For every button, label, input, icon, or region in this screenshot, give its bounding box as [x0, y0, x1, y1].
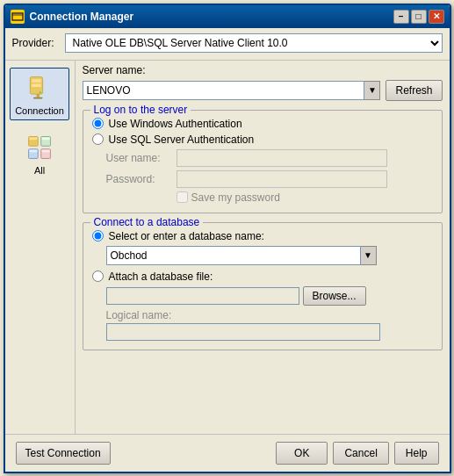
username-row: User name:	[106, 149, 433, 167]
password-input[interactable]	[177, 170, 387, 188]
browse-button[interactable]: Browse...	[303, 286, 366, 306]
maximize-button[interactable]: □	[411, 10, 427, 24]
database-section-title: Connect to a database	[90, 216, 204, 228]
attach-file-radio[interactable]	[92, 270, 104, 282]
attach-input-row: Browse...	[106, 286, 433, 306]
attach-file-input[interactable]	[106, 287, 299, 305]
sidebar-item-connection[interactable]: Connection	[10, 68, 69, 120]
title-bar: Connection Manager – □ ✕	[5, 5, 450, 28]
sidebar-all-label: All	[34, 165, 45, 176]
select-db-radio[interactable]	[92, 230, 104, 242]
server-name-input[interactable]	[83, 81, 365, 100]
svg-rect-3	[17, 17, 19, 18]
windows-auth-radio[interactable]	[92, 118, 104, 129]
sql-auth-radio[interactable]	[92, 133, 104, 145]
attach-file-row: Attach a database file:	[92, 270, 433, 283]
all-icon	[24, 132, 55, 163]
svg-rect-5	[32, 79, 41, 83]
sidebar-item-all[interactable]: All	[10, 127, 69, 180]
window-title: Connection Manager	[30, 11, 388, 23]
svg-point-7	[40, 91, 42, 94]
username-label: User name:	[106, 152, 177, 164]
provider-row: Provider: Native OLE DB\SQL Server Nativ…	[5, 28, 450, 60]
test-connection-button[interactable]: Test Connection	[16, 442, 111, 465]
minimize-button[interactable]: –	[393, 10, 409, 24]
svg-rect-13	[29, 149, 37, 152]
password-label: Password:	[106, 173, 177, 185]
provider-label: Provider:	[12, 37, 58, 49]
server-dropdown-arrow[interactable]: ▼	[364, 81, 380, 100]
auth-fields: User name: Password: Save my password	[106, 149, 433, 204]
title-bar-buttons: – □ ✕	[393, 10, 444, 24]
server-row: ▼ Refresh	[83, 80, 443, 101]
svg-rect-11	[29, 137, 37, 140]
refresh-button[interactable]: Refresh	[386, 80, 442, 101]
database-name-input[interactable]	[106, 246, 361, 265]
server-name-section: Server name: ▼ Refresh	[83, 64, 443, 101]
server-select-wrap: ▼	[83, 81, 381, 100]
db-dropdown-arrow[interactable]: ▼	[361, 246, 377, 265]
db-select-wrap: ▼	[106, 246, 433, 265]
ok-button[interactable]: OK	[276, 442, 328, 465]
svg-rect-17	[42, 149, 50, 152]
sidebar: Connection All	[5, 61, 76, 434]
sql-auth-row: Use SQL Server Authentication	[92, 133, 433, 146]
connection-manager-window: Connection Manager – □ ✕ Provider: Nativ…	[4, 4, 451, 473]
logon-section: Log on to the server Use Windows Authent…	[83, 110, 443, 213]
server-name-label: Server name:	[83, 64, 443, 76]
select-db-row: Select or enter a database name:	[92, 230, 433, 242]
svg-rect-9	[33, 97, 43, 98]
main-content: Server name: ▼ Refresh Log on to the ser…	[76, 61, 450, 434]
logon-section-title: Log on to the server	[90, 104, 191, 116]
help-button[interactable]: Help	[394, 442, 439, 465]
cancel-button[interactable]: Cancel	[333, 442, 388, 465]
window-icon	[11, 10, 25, 24]
bottom-bar: Test Connection OK Cancel Help	[5, 434, 450, 472]
svg-rect-6	[32, 83, 41, 87]
select-db-label: Select or enter a database name:	[109, 230, 264, 242]
logical-name-input[interactable]	[106, 323, 380, 341]
svg-rect-8	[36, 94, 40, 97]
svg-rect-2	[13, 17, 16, 18]
svg-rect-15	[42, 137, 50, 140]
bottom-right-buttons: OK Cancel Help	[276, 442, 438, 465]
password-row: Password:	[106, 170, 433, 188]
logical-name-row: Logical name:	[106, 309, 433, 323]
save-password-label: Save my password	[191, 191, 280, 204]
provider-select[interactable]: Native OLE DB\SQL Server Native Client 1…	[65, 33, 443, 53]
windows-auth-row: Use Windows Authentication	[92, 118, 433, 130]
close-button[interactable]: ✕	[429, 10, 444, 24]
connection-icon	[24, 72, 55, 104]
logical-name-label: Logical name:	[106, 309, 177, 321]
save-password-row: Save my password	[177, 191, 433, 204]
sql-auth-label: Use SQL Server Authentication	[109, 133, 255, 146]
sidebar-connection-label: Connection	[15, 105, 64, 116]
save-password-checkbox[interactable]	[177, 191, 188, 203]
provider-select-wrapper: Native OLE DB\SQL Server Native Client 1…	[65, 33, 443, 53]
windows-auth-label: Use Windows Authentication	[109, 118, 242, 130]
attach-file-label: Attach a database file:	[109, 270, 213, 283]
database-section: Connect to a database Select or enter a …	[83, 222, 443, 350]
username-input[interactable]	[177, 149, 387, 167]
